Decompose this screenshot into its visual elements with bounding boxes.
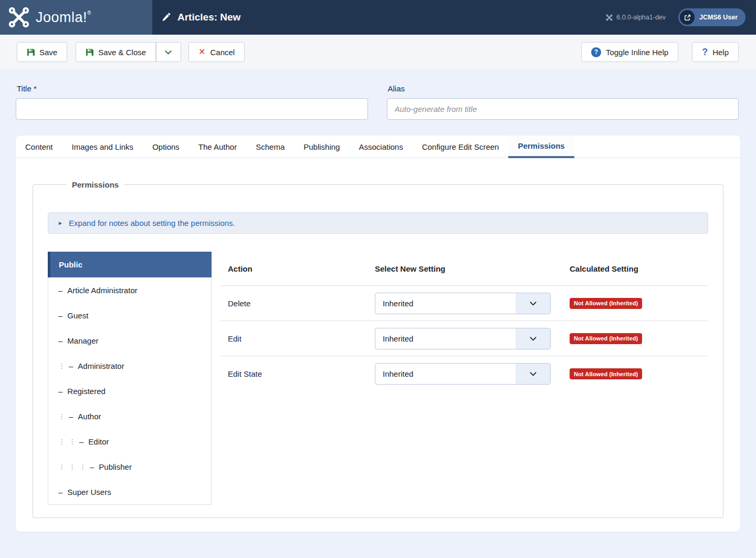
title-input[interactable] <box>16 98 368 120</box>
column-header-calculated-setting: Calculated Setting <box>570 264 708 273</box>
user-menu-label: JCMS6 User <box>699 14 738 21</box>
user-menu-button[interactable]: JCMS6 User <box>678 8 746 26</box>
vertical-dots-icon: ⋮ <box>58 412 69 420</box>
cancel-label: Cancel <box>211 48 235 57</box>
tree-dash: – <box>79 437 83 446</box>
floppy-icon <box>86 48 93 56</box>
floppy-icon <box>27 48 35 56</box>
user-groups-panel: Public –Article Administrator–Guest–Mana… <box>48 252 212 505</box>
version-text: 6.0.0-alpha1-dev <box>616 14 666 21</box>
group-label: Guest <box>67 311 88 320</box>
tab-images-and-links[interactable]: Images and Links <box>62 136 143 158</box>
tree-dash: – <box>69 361 73 370</box>
permissions-fieldset: Permissions ► Expand for notes about set… <box>33 180 723 518</box>
save-close-button[interactable]: Save & Close <box>76 42 156 62</box>
group-item-guest[interactable]: –Guest <box>48 303 211 328</box>
group-item-public[interactable]: Public <box>48 252 212 277</box>
tab-associations[interactable]: Associations <box>349 136 412 158</box>
alias-input[interactable] <box>387 98 739 120</box>
external-link-icon <box>680 10 695 25</box>
permission-row-edit: EditInheritedNot Allowed (Inherited) <box>220 321 708 356</box>
group-item-manager[interactable]: –Manager <box>48 328 211 353</box>
group-item-publisher[interactable]: ⋮⋮⋮–Publisher <box>48 454 211 479</box>
group-item-article-administrator[interactable]: –Article Administrator <box>48 277 211 303</box>
page-title: Articles: New <box>177 12 240 23</box>
chevron-down-icon <box>164 48 172 56</box>
save-label: Save <box>39 48 57 57</box>
setting-select[interactable]: Inherited <box>375 363 551 385</box>
group-item-super-users[interactable]: –Super Users <box>48 479 211 504</box>
calculated-setting-badge: Not Allowed (Inherited) <box>570 368 642 379</box>
chevron-down-icon <box>516 364 550 384</box>
help-button[interactable]: ? Help <box>692 42 739 62</box>
setting-select[interactable]: Inherited <box>375 293 551 314</box>
save-close-label: Save & Close <box>98 48 146 57</box>
tab-the-author[interactable]: The Author <box>189 136 246 158</box>
help-label: Help <box>712 48 729 57</box>
question-icon: ? <box>702 47 708 58</box>
save-options-toggle[interactable] <box>156 42 181 62</box>
permissions-table-header: Action Select New Setting Calculated Set… <box>220 252 708 286</box>
joomla-logo-icon <box>8 6 30 28</box>
header-right: 6.0.0-alpha1-dev JCMS6 User <box>606 8 746 26</box>
tab-options[interactable]: Options <box>143 136 189 158</box>
tab-bar: ContentImages and LinksOptionsThe Author… <box>16 136 740 158</box>
chevron-down-icon <box>516 328 550 349</box>
pencil-icon <box>161 13 171 22</box>
group-item-author[interactable]: ⋮–Author <box>48 404 211 429</box>
registered-mark: ® <box>87 10 91 16</box>
group-label: Registered <box>67 387 106 396</box>
save-button[interactable]: Save <box>17 42 67 62</box>
action-label: Edit State <box>228 369 375 378</box>
tab-schema[interactable]: Schema <box>246 136 294 158</box>
group-item-administrator[interactable]: ⋮–Administrator <box>48 353 211 378</box>
vertical-dots-icon: ⋮ <box>58 362 69 370</box>
tree-dash: – <box>58 387 62 396</box>
cancel-button[interactable]: ✕ Cancel <box>188 42 245 62</box>
joomla-mini-icon <box>606 14 613 21</box>
toggle-inline-help-label: Toggle Inline Help <box>606 48 668 57</box>
vertical-dots-icon: ⋮ <box>69 463 79 471</box>
tab-content[interactable]: Content <box>16 136 62 158</box>
tab-configure-edit-screen[interactable]: Configure Edit Screen <box>413 136 509 158</box>
vertical-dots-icon: ⋮ <box>58 438 69 446</box>
calculated-setting-badge: Not Allowed (Inherited) <box>570 298 642 309</box>
app-header: Joomla!® Articles: New 6.0.0-alpha1-dev <box>0 0 756 35</box>
action-label: Edit <box>228 334 375 343</box>
toggle-inline-help-button[interactable]: ? Toggle Inline Help <box>581 42 678 62</box>
tab-permissions[interactable]: Permissions <box>508 136 574 158</box>
group-list: –Article Administrator–Guest–Manager⋮–Ad… <box>48 277 212 505</box>
brand-block[interactable]: Joomla!® <box>0 0 152 35</box>
permissions-table: Action Select New Setting Calculated Set… <box>220 252 708 505</box>
group-item-editor[interactable]: ⋮⋮–Editor <box>48 429 211 454</box>
permission-row-delete: DeleteInheritedNot Allowed (Inherited) <box>220 286 708 321</box>
group-item-registered[interactable]: –Registered <box>48 378 211 404</box>
tree-dash: – <box>58 488 62 497</box>
toolbar-right: ? Toggle Inline Help ? Help <box>581 42 739 62</box>
calculated-setting-badge: Not Allowed (Inherited) <box>570 333 642 344</box>
tree-dash: – <box>69 412 73 421</box>
tab-publishing[interactable]: Publishing <box>294 136 349 158</box>
title-field-group: Title * <box>16 80 368 120</box>
toolbar: Save Save & Close ✕ Cancel ? Toggle Inli… <box>0 35 756 69</box>
x-icon: ✕ <box>198 48 205 56</box>
setting-select[interactable]: Inherited <box>375 328 551 349</box>
tree-dash: – <box>90 462 94 471</box>
group-label: Author <box>78 412 101 421</box>
alias-label: Alias <box>387 80 739 98</box>
version-info: 6.0.0-alpha1-dev <box>606 14 666 21</box>
column-header-select-new-setting: Select New Setting <box>375 264 570 273</box>
group-label: Public <box>59 260 82 269</box>
column-header-action: Action <box>228 264 375 273</box>
save-close-split-button: Save & Close <box>76 42 181 62</box>
page-heading: Articles: New <box>161 12 240 23</box>
tab-content: Permissions ► Expand for notes about set… <box>16 158 740 518</box>
permissions-notes-toggle[interactable]: ► Expand for notes about setting the per… <box>48 212 708 234</box>
alias-field-group: Alias <box>387 80 739 120</box>
group-label: Manager <box>67 336 98 345</box>
permission-row-edit-state: Edit StateInheritedNot Allowed (Inherite… <box>220 356 708 391</box>
title-label: Title * <box>16 80 368 98</box>
notes-text: Expand for notes about setting the permi… <box>69 219 235 228</box>
article-form-header: Title * Alias <box>0 69 756 120</box>
question-circle-icon: ? <box>591 47 601 57</box>
